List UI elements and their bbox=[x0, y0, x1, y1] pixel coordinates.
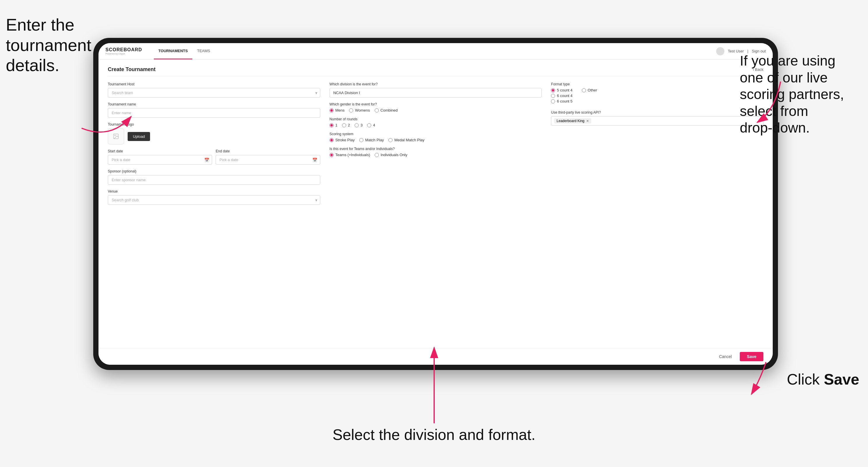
start-date-field: Start date 📅 bbox=[108, 149, 212, 165]
teams-individuals-field: Is this event for Teams and/or Individua… bbox=[330, 147, 542, 157]
tournament-name-input[interactable] bbox=[108, 108, 320, 118]
rounds-4[interactable]: 4 bbox=[367, 123, 375, 127]
nav-links: TOURNAMENTS TEAMS bbox=[154, 43, 215, 59]
rounds-1-radio[interactable] bbox=[330, 123, 334, 127]
individuals-label: Individuals Only bbox=[380, 153, 407, 157]
format-type-field: Format type 5 count 4 bbox=[551, 82, 764, 103]
rounds-4-label: 4 bbox=[373, 123, 375, 127]
live-scoring-select[interactable]: Leaderboard King ✕ ▾ bbox=[551, 116, 764, 126]
format-5count4-radio[interactable] bbox=[551, 88, 555, 92]
individuals-radio[interactable] bbox=[375, 153, 379, 157]
division-wrap: NCAA Division I NCAA Division II NCAA Di… bbox=[330, 88, 542, 98]
venue-wrap: ▾ bbox=[108, 195, 320, 205]
start-date-wrap: 📅 bbox=[108, 155, 212, 165]
end-date-label: End date bbox=[216, 149, 320, 153]
live-scoring-label: Use third-party live scoring API? bbox=[551, 111, 764, 115]
gender-combined[interactable]: Combined bbox=[375, 108, 398, 113]
format-type-label: Format type bbox=[551, 82, 764, 86]
scoring-stroke[interactable]: Stroke Play bbox=[330, 138, 354, 142]
venue-chevron-icon: ▾ bbox=[315, 198, 317, 203]
gender-combined-radio[interactable] bbox=[375, 108, 379, 113]
format-other-label: Other bbox=[588, 88, 597, 92]
gender-field: Which gender is the event for? Mens Wome… bbox=[330, 102, 542, 113]
live-scoring-chip-label: Leaderboard King bbox=[557, 119, 584, 123]
tablet-screen: SCOREBOARD Powered by Clippit TOURNAMENT… bbox=[98, 43, 773, 365]
format-6count4-radio[interactable] bbox=[551, 94, 555, 98]
division-field: Which division is the event for? NCAA Di… bbox=[330, 82, 542, 98]
teams-option[interactable]: Teams (+Individuals) bbox=[330, 153, 370, 157]
tournament-host-label: Tournament Host bbox=[108, 82, 320, 86]
end-date-input[interactable] bbox=[216, 155, 320, 165]
venue-field: Venue ▾ bbox=[108, 189, 320, 205]
sponsor-input[interactable] bbox=[108, 175, 320, 185]
venue-input[interactable] bbox=[108, 195, 320, 205]
teams-radio[interactable] bbox=[330, 153, 334, 157]
end-date-wrap: 📅 bbox=[216, 155, 320, 165]
scoring-match[interactable]: Match Play bbox=[359, 138, 384, 142]
form-columns: Tournament Host ▾ Tournament name bbox=[108, 82, 764, 205]
scoring-match-radio[interactable] bbox=[359, 138, 363, 142]
logo-area: SCOREBOARD Powered by Clippit bbox=[105, 47, 142, 55]
start-date-input[interactable] bbox=[108, 155, 212, 165]
gender-mens-radio[interactable] bbox=[330, 108, 334, 113]
logo-sub: Powered by Clippit bbox=[105, 53, 142, 55]
division-select[interactable]: NCAA Division I NCAA Division II NCAA Di… bbox=[330, 88, 542, 98]
nav-link-tournaments[interactable]: TOURNAMENTS bbox=[154, 43, 193, 59]
rounds-2[interactable]: 2 bbox=[342, 123, 350, 127]
live-scoring-field: Use third-party live scoring API? Leader… bbox=[551, 111, 764, 126]
gender-womens-radio[interactable] bbox=[349, 108, 353, 113]
chip-remove-icon[interactable]: ✕ bbox=[586, 119, 589, 123]
right-column: Format type 5 count 4 bbox=[551, 82, 764, 205]
bottom-bar: Cancel Save bbox=[98, 348, 773, 365]
tournament-host-input[interactable] bbox=[108, 88, 320, 98]
tournament-host-input-wrap: ▾ bbox=[108, 88, 320, 98]
format-left: 5 count 4 6 count 4 6 coun bbox=[551, 88, 572, 103]
cancel-button[interactable]: Cancel bbox=[714, 352, 737, 361]
format-5count4[interactable]: 5 count 4 bbox=[551, 88, 572, 92]
scoring-radio-group: Stroke Play Match Play Medal Match Play bbox=[330, 138, 542, 142]
sponsor-field: Sponsor (optional) bbox=[108, 169, 320, 185]
format-6count5[interactable]: 6 count 5 bbox=[551, 99, 572, 103]
gender-womens-label: Womens bbox=[355, 108, 370, 113]
format-6count5-radio[interactable] bbox=[551, 99, 555, 103]
scoring-label: Scoring system bbox=[330, 132, 542, 136]
app-content: SCOREBOARD Powered by Clippit TOURNAMENT… bbox=[98, 43, 773, 365]
format-6count4[interactable]: 6 count 4 bbox=[551, 94, 572, 98]
format-other-radio[interactable] bbox=[582, 88, 586, 92]
scoring-medal[interactable]: Medal Match Play bbox=[389, 138, 424, 142]
format-other[interactable]: Other bbox=[582, 88, 597, 92]
svg-point-1 bbox=[115, 135, 115, 136]
format-options: 5 count 4 6 count 4 6 coun bbox=[551, 88, 764, 103]
end-date-field: End date 📅 bbox=[216, 149, 320, 165]
individuals-option[interactable]: Individuals Only bbox=[375, 153, 407, 157]
rounds-4-radio[interactable] bbox=[367, 123, 371, 127]
rounds-3-label: 3 bbox=[361, 123, 363, 127]
live-scoring-chip: Leaderboard King ✕ bbox=[554, 118, 591, 124]
logo-placeholder bbox=[108, 128, 124, 145]
format-6count5-label: 6 count 5 bbox=[557, 99, 572, 103]
rounds-2-radio[interactable] bbox=[342, 123, 346, 127]
gender-mens-label: Mens bbox=[335, 108, 345, 113]
form-header: Create Tournament ‹ Back bbox=[108, 66, 764, 76]
rounds-3[interactable]: 3 bbox=[354, 123, 363, 127]
annotation-enter-tournament: Enter thetournamentdetails. bbox=[6, 14, 91, 75]
main-area: Create Tournament ‹ Back Tournament Host… bbox=[98, 59, 773, 348]
rounds-1[interactable]: 1 bbox=[330, 123, 337, 127]
nav-link-teams[interactable]: TEAMS bbox=[192, 43, 215, 59]
format-6count4-label: 6 count 4 bbox=[557, 94, 572, 98]
format-right: Other bbox=[582, 88, 597, 103]
date-row: Start date 📅 End date bbox=[108, 149, 320, 165]
sponsor-label: Sponsor (optional) bbox=[108, 169, 320, 173]
scoring-medal-radio[interactable] bbox=[389, 138, 393, 142]
calendar-icon: 📅 bbox=[204, 158, 209, 162]
gender-womens[interactable]: Womens bbox=[349, 108, 370, 113]
gender-mens[interactable]: Mens bbox=[330, 108, 345, 113]
scoring-stroke-radio[interactable] bbox=[330, 138, 334, 142]
save-button[interactable]: Save bbox=[740, 352, 764, 361]
form-container: Create Tournament ‹ Back Tournament Host… bbox=[98, 59, 773, 348]
annotation-live-scoring: If you are usingone of our livescoring p… bbox=[740, 53, 862, 136]
gender-label: Which gender is the event for? bbox=[330, 102, 542, 106]
rounds-3-radio[interactable] bbox=[354, 123, 359, 127]
upload-button[interactable]: Upload bbox=[128, 132, 150, 141]
tournament-logo-field: Tournament logo Upload bbox=[108, 122, 320, 145]
